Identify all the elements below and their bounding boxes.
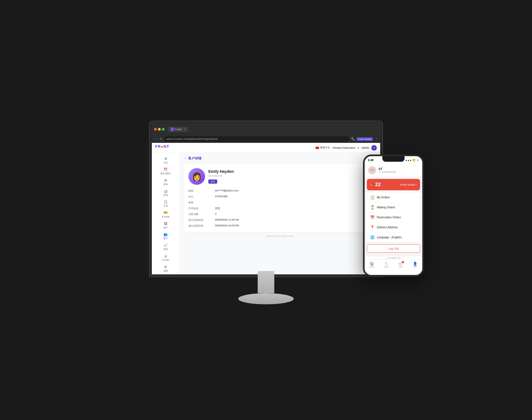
copyright-text: COPYRIGHT © 2024 Front	[184, 235, 376, 237]
address-bar-row: ‹ › ↻ admin.fronttab.com/dashboard/#/int…	[152, 135, 380, 143]
extensions-icon: 🔧	[351, 137, 355, 141]
sidebar-label-orders: 订单	[163, 204, 168, 208]
phone-user-avatar: ST	[368, 166, 376, 174]
phone-user-info: ST +1 6789758058	[378, 167, 396, 173]
menu-item-reservation-orders[interactable]: 📅 Reservation Orders ›	[367, 212, 420, 222]
bottom-nav-me[interactable]: 👤 Me	[408, 262, 422, 268]
delivery-address-label: Delivery Address	[377, 226, 414, 229]
sidebar-item-reports[interactable]: 📈 报表	[152, 242, 179, 252]
home-nav-label: Home	[369, 266, 375, 268]
reservation-orders-chevron-icon: ›	[416, 216, 417, 219]
monitor-stand-base	[238, 293, 294, 304]
printer-icon: 🖨	[164, 254, 167, 258]
minimize-window-icon[interactable]	[158, 128, 161, 131]
points-left: 🎁 22	[370, 182, 381, 188]
waiting-orders-chevron-icon: ›	[416, 206, 417, 209]
tab-close-icon[interactable]: ✕	[184, 128, 186, 131]
dropdown-icon: ∨	[357, 146, 359, 149]
breadcrumb-text: ← 客户详情	[184, 156, 201, 161]
refresh-button[interactable]: ↻	[160, 137, 162, 141]
sidebar-item-printer[interactable]: 🖨 打印机	[152, 252, 179, 263]
bottom-nav-order[interactable]: 🍴 Order	[379, 262, 393, 268]
phone-screen: 5:40 ▲▲▲ 📶 🔋 ST ST	[365, 156, 422, 275]
cart-badge-container: 🛒	[398, 262, 403, 266]
wifi-icon: 📶	[413, 159, 415, 161]
sms-enable-value: 开启	[215, 207, 371, 210]
points-details[interactable]: Points Details ›	[400, 183, 417, 186]
menu-item-delivery-address[interactable]: 📍 Delivery Address ›	[367, 222, 420, 232]
phone-bottom-nav: 🏠 Home 🍴 Order 🛒 Cart	[365, 260, 422, 275]
sidebar-label-home: 主页	[163, 161, 168, 164]
fresh-update-button[interactable]: Fresh update	[357, 137, 373, 141]
url-text: frontteats.com	[388, 257, 401, 259]
first-active-value: 05/06/2024 11:09 AM	[215, 218, 371, 222]
fullscreen-window-icon[interactable]	[162, 128, 165, 131]
customer-name: Emily Hayden	[208, 169, 234, 174]
breadcrumb[interactable]: ← 客户详情	[184, 156, 376, 161]
sidebar-item-payment[interactable]: 💳 支付&税	[152, 209, 179, 220]
header-right: 🇨🇳 简体中文 Chinese Food Demo ∨ DEMO D	[315, 145, 377, 151]
sidebar-item-menu[interactable]: ⊞ 菜单	[152, 177, 179, 188]
sidebar: 🖥 主页 ⏰ 客位&预约 ⊞ 菜单 📊 营销	[152, 153, 180, 277]
points-banner[interactable]: 🎁 22 Points Details ›	[367, 179, 420, 190]
monitor: Front ✕ ‹ › ↻ admin.fronttab.com/dashboa…	[141, 121, 391, 310]
phone-header[interactable]: ST ST +1 6789758058 ›	[365, 164, 422, 177]
customer-profile: 👩 Emily Hayden 4275382765 会员	[188, 168, 371, 185]
tag-label: 标签	[188, 201, 211, 204]
main-content: ← 客户详情 👩 Emily Hayden 4275382765 会员	[180, 153, 380, 277]
sidebar-label-menu: 菜单	[163, 183, 168, 186]
sidebar-item-home[interactable]: 🖥 主页	[152, 155, 179, 166]
signal-icon: ▲▲▲	[405, 159, 412, 161]
browser-controls	[154, 128, 165, 131]
system-icon: ⚙	[164, 265, 167, 269]
customers-icon: 👥	[163, 232, 168, 236]
customer-details-grid: 邮箱 em****h@yahoo.com 生日 07/25/1988 标签 开启…	[188, 189, 371, 228]
logout-button[interactable]: Log Out	[367, 244, 420, 253]
customer-card: 👩 Emily Hayden 4275382765 会员 邮箱 em****h@…	[184, 164, 376, 232]
first-active-label: 首次活跃时间	[188, 218, 211, 222]
menu-item-language[interactable]: 🌐 Language（English） ›	[367, 232, 420, 242]
monitor-stand-neck	[258, 271, 274, 293]
user-avatar[interactable]: D	[371, 145, 377, 151]
sidebar-item-reservation[interactable]: ⏰ 客位&预约	[152, 166, 179, 177]
reservation-icon: ⏰	[163, 168, 168, 171]
delivery-address-chevron-icon: ›	[416, 226, 417, 229]
orders-list-icon: 📋	[370, 195, 375, 199]
bottom-nav-cart[interactable]: 🛒 Cart	[393, 262, 408, 268]
language-selector[interactable]: 🇨🇳 简体中文	[315, 146, 330, 150]
reports-icon: 📈	[163, 243, 168, 247]
restaurant-name: Chinese Food Demo	[332, 146, 355, 149]
sidebar-item-orders[interactable]: 📋 订单	[152, 198, 179, 209]
menu-item-my-orders[interactable]: 📋 My Orders ›	[367, 193, 420, 203]
sidebar-item-system[interactable]: ⚙ 系统	[152, 263, 179, 274]
forward-button[interactable]: ›	[157, 137, 158, 141]
back-button[interactable]: ‹	[154, 137, 155, 141]
me-nav-icon: 👤	[413, 262, 417, 266]
browser-tab[interactable]: Front ✕	[168, 126, 188, 132]
payment-icon: 💳	[163, 211, 168, 215]
menu-item-waiting-orders[interactable]: ⏳ Waiting Orders ›	[367, 203, 420, 212]
url-text: admin.fronttab.com/dashboard/#/integral/…	[166, 138, 218, 140]
customer-info: Emily Hayden 4275382765 会员	[208, 169, 234, 184]
sidebar-item-photos[interactable]: 🖼 相片	[152, 220, 179, 231]
sidebar-item-marketing[interactable]: 📊 营销	[152, 188, 179, 198]
url-bar[interactable]: admin.fronttab.com/dashboard/#/integral/…	[164, 136, 349, 142]
points-chevron-icon: ›	[416, 183, 417, 186]
bottom-nav-home[interactable]: 🏠 Home	[365, 262, 379, 268]
cart-nav-label: Cart	[399, 266, 402, 268]
my-orders-chevron-icon: ›	[416, 196, 417, 199]
home-nav-icon: 🏠	[370, 262, 374, 266]
sidebar-label-payment: 支付&税	[162, 215, 170, 218]
active-count-value: 3	[215, 212, 371, 216]
app-logo: FR●NT	[155, 143, 169, 150]
app-header: FR●NT 🇨🇳 简体中文 Chinese Food Demo ∨ DEMO D	[152, 143, 380, 153]
phone-username: ST	[378, 167, 396, 171]
close-window-icon[interactable]	[154, 128, 157, 131]
tab-favicon-icon	[171, 128, 174, 131]
status-time: 5:40	[368, 159, 374, 162]
sidebar-item-customers[interactable]: 👥 客户	[152, 231, 179, 242]
sidebar-label-printer: 打印机	[162, 259, 169, 262]
tab-area: Front ✕	[168, 126, 188, 132]
my-orders-label: My Orders	[377, 196, 414, 199]
menu-icon[interactable]: ⋮	[375, 137, 378, 141]
